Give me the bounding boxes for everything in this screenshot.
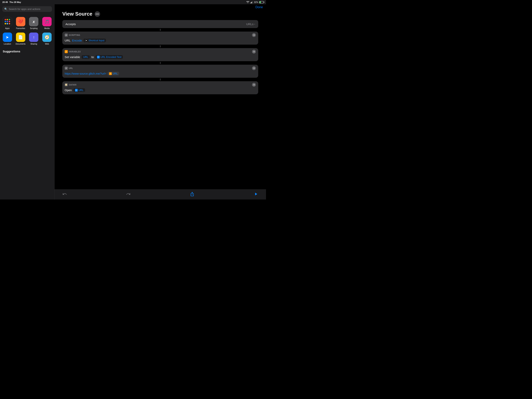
documents-label: Documents — [16, 43, 25, 45]
suggestions-header: Suggestions — [0, 48, 54, 54]
connector-1 — [160, 29, 160, 31]
action-card-url-encode-header: x SCRIPTING ✕ — [62, 32, 258, 38]
sidebar-item-favourites[interactable]: ❤️ Favourites — [14, 15, 27, 31]
location-label: Location — [4, 43, 11, 45]
action-card-set-variable-header: x VARIABLES ✕ — [62, 48, 258, 54]
accepts-bar[interactable]: Accepts URLs › — [62, 20, 258, 28]
close-set-variable[interactable]: ✕ — [252, 50, 256, 54]
status-date: Thu 28 May — [9, 1, 21, 3]
action-card-set-variable-body: Set variable URL to x URL Encoded Text — [62, 54, 258, 61]
variables-tag-label: VARIABLES — [69, 51, 81, 53]
more-button[interactable]: ••• — [95, 11, 100, 17]
done-button[interactable]: Done — [255, 6, 263, 9]
apps-label: Apps — [5, 27, 10, 29]
sidebar-item-media[interactable]: 🎵 Media — [40, 15, 54, 31]
close-url-encode[interactable]: ✕ — [252, 33, 256, 37]
redo-button[interactable] — [126, 192, 131, 197]
svg-rect-2 — [252, 2, 252, 3]
svg-rect-1 — [251, 2, 251, 3]
url-token-in-url[interactable]: x URL — [108, 72, 119, 75]
wifi-icon — [246, 1, 249, 3]
url-category-icon: x — [65, 67, 68, 70]
accepts-value-text: URLs — [246, 22, 253, 26]
sharing-label: Sharing — [30, 43, 37, 45]
sidebar-item-documents[interactable]: 📄 Documents — [14, 31, 27, 46]
status-bar: 20:49 Thu 28 May 32% — [0, 0, 266, 4]
action-card-url-header: x URL ✕ — [62, 65, 258, 71]
action-card-url: x URL ✕ https://www-source.glitch.me/?ur… — [62, 65, 258, 78]
media-icon: 🎵 — [42, 17, 52, 26]
shortcut-title: View Source — [62, 11, 92, 17]
var-name-token[interactable]: URL — [82, 55, 90, 59]
accepts-value: URLs › — [246, 22, 255, 26]
spacer — [55, 95, 266, 189]
sidebar-item-sharing[interactable]: ↑ Sharing — [27, 31, 40, 46]
shortcut-input-label: Shortcut Input — [89, 39, 104, 42]
panel-topbar: Done — [55, 4, 266, 10]
connector-4 — [160, 78, 160, 80]
svg-rect-3 — [252, 1, 253, 3]
search-icon: 🔍 — [4, 8, 7, 11]
signal-icon — [250, 1, 253, 3]
favourites-icon: ❤️ — [16, 17, 25, 26]
open-label: Open — [65, 89, 72, 92]
url-token-icon: x — [109, 72, 112, 75]
favourites-label: Favourites — [16, 27, 25, 29]
search-bar[interactable]: 🔍 Search for apps and actions — [2, 6, 52, 12]
shortcut-input-icon: ▶ — [85, 39, 88, 42]
variables-category-icon: x — [65, 50, 68, 53]
web-label: Web — [45, 43, 49, 45]
set-variable-label: Set variable — [65, 55, 80, 59]
undo-button[interactable] — [62, 192, 67, 197]
scripting-category-icon: x — [65, 33, 68, 37]
safari-category-icon: 🧭 — [65, 83, 68, 86]
accepts-label: Accepts — [65, 22, 76, 26]
url-open-token[interactable]: x URL — [73, 88, 85, 92]
battery-icon — [259, 1, 264, 3]
scripting-label: Scripting — [30, 27, 38, 29]
shortcut-header: View Source ••• — [55, 10, 266, 20]
url-open-label: URL — [78, 89, 83, 91]
safari-tag-label: SAFARI — [69, 84, 76, 86]
action-card-set-variable: x VARIABLES ✕ Set variable URL to x URL … — [62, 48, 258, 61]
action-card-url-encode: x SCRIPTING ✕ URL Encode ▶ Shortcut Inpu… — [62, 32, 258, 45]
action-card-safari-header: 🧭 SAFARI ✕ — [62, 81, 258, 87]
search-placeholder: Search for apps and actions — [9, 8, 40, 11]
url-encoded-icon: x — [97, 56, 100, 58]
sidebar-item-web[interactable]: 🧭 Web — [40, 31, 54, 46]
sidebar-item-scripting[interactable]: x Scripting — [27, 15, 40, 31]
sidebar-item-apps[interactable]: Apps — [1, 15, 14, 31]
sidebar: 🔍 Search for apps and actions — [0, 4, 55, 200]
chevron-right-icon: › — [254, 23, 255, 26]
to-label: to — [91, 55, 94, 59]
main-panel: Done View Source ••• Accepts URLs › x — [55, 4, 266, 200]
url-token-label: URL — [113, 72, 118, 75]
shortcut-input-token[interactable]: ▶ Shortcut Input — [83, 39, 106, 42]
encode-label[interactable]: Encode — [72, 39, 82, 42]
variables-tag: x VARIABLES — [65, 50, 81, 53]
apps-dots-grid — [5, 19, 10, 24]
play-button[interactable] — [253, 192, 258, 197]
scripting-icon: x — [29, 17, 38, 26]
status-time: 20:49 — [2, 1, 8, 3]
status-right: 32% — [246, 1, 264, 3]
battery-percent: 32% — [254, 1, 258, 3]
sidebar-item-location[interactable]: ➤ Location — [1, 31, 14, 46]
media-label: Media — [44, 27, 50, 29]
url-open-icon: x — [75, 89, 78, 91]
close-url[interactable]: ✕ — [252, 66, 256, 70]
bottom-toolbar — [55, 189, 266, 200]
url-tag-label: URL — [69, 67, 73, 69]
svg-rect-0 — [250, 3, 251, 3]
battery-fill — [260, 1, 261, 3]
safari-tag: 🧭 SAFARI — [65, 83, 76, 86]
more-dots-icon: ••• — [96, 13, 99, 16]
share-button[interactable] — [190, 192, 195, 197]
url-encoded-label: URL Encoded Text — [101, 56, 121, 58]
var-name-label: URL — [83, 56, 88, 58]
sharing-icon: ↑ — [29, 32, 38, 42]
close-safari[interactable]: ✕ — [252, 83, 256, 87]
url-encoded-text-token[interactable]: x URL Encoded Text — [95, 55, 123, 59]
apps-icon — [3, 17, 12, 26]
documents-icon: 📄 — [16, 32, 25, 42]
